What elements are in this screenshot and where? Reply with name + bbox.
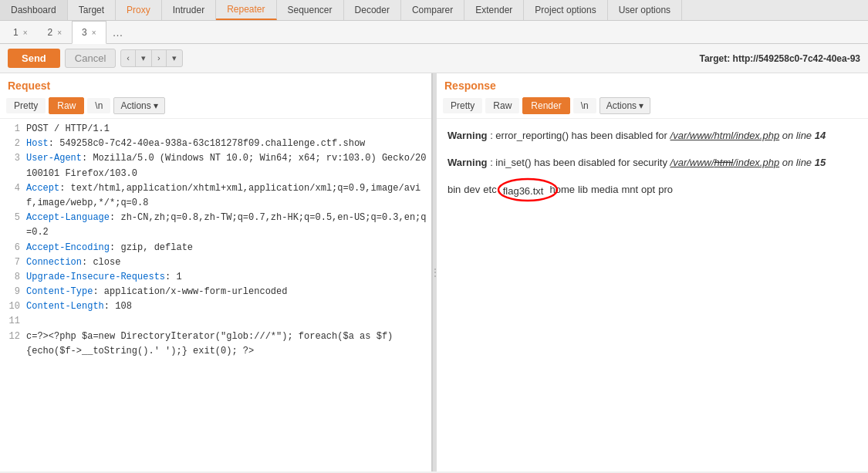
warning-1-path: /var/www/html/index.php on line 14 bbox=[670, 130, 826, 141]
nav-dashboard[interactable]: Dashboard bbox=[0, 0, 68, 20]
next-arrow[interactable]: › bbox=[152, 50, 167, 66]
dir-item: pro bbox=[658, 182, 673, 201]
request-tab-raw[interactable]: Raw bbox=[49, 97, 84, 114]
nav-user-options[interactable]: User options bbox=[608, 0, 682, 20]
request-code-area[interactable]: 1POST / HTTP/1.12Host: 549258c0-7c42-40e… bbox=[0, 119, 431, 471]
dir-item: flag36.txt bbox=[500, 182, 547, 201]
tab-1-close[interactable]: × bbox=[23, 29, 28, 37]
tabs-bar: 1 × 2 × 3 × … bbox=[0, 21, 868, 44]
tab-more[interactable]: … bbox=[106, 21, 130, 43]
request-line-7: 7Connection: close bbox=[0, 255, 431, 270]
nav-project-options[interactable]: Project options bbox=[524, 0, 607, 20]
prev-dropdown[interactable]: ▾ bbox=[136, 50, 152, 66]
tab-3-label: 3 bbox=[82, 27, 87, 38]
response-actions-label: Actions bbox=[606, 100, 637, 111]
line-number: 1 bbox=[3, 122, 20, 137]
line-number: 9 bbox=[3, 285, 20, 299]
warning-1: Warning : error_reporting() has been dis… bbox=[448, 128, 857, 144]
request-line-5: 5Accept-Language: zh-CN,zh;q=0.8,zh-TW;q… bbox=[0, 211, 431, 240]
svg-point-0 bbox=[498, 179, 557, 201]
prev-arrow[interactable]: ‹ bbox=[121, 50, 136, 66]
actions-label: Actions bbox=[120, 100, 150, 111]
line-number: 12 bbox=[3, 329, 20, 359]
response-actions-button[interactable]: Actions ▾ bbox=[599, 97, 650, 114]
dir-item: mnt bbox=[621, 182, 638, 201]
line-content: User-Agent: Mozilla/5.0 (Windows NT 10.0… bbox=[26, 151, 428, 181]
tab-3-close[interactable]: × bbox=[92, 29, 96, 37]
request-line-10: 10Content-Length: 108 bbox=[0, 299, 431, 314]
request-tab-pretty[interactable]: Pretty bbox=[6, 98, 46, 113]
line-content: Connection: close bbox=[26, 255, 120, 270]
line-number: 11 bbox=[3, 314, 20, 329]
nav-intruder[interactable]: Intruder bbox=[162, 0, 216, 20]
dir-item: home bbox=[549, 182, 575, 201]
request-line-4: 4Accept: text/html,application/xhtml+xml… bbox=[0, 181, 431, 211]
tab-3[interactable]: 3 × bbox=[72, 21, 106, 44]
warning-2-text: : ini_set() has been disabled for securi… bbox=[490, 157, 826, 168]
request-line-12: 12c=?><?php $a=new DirectoryIterator("gl… bbox=[0, 329, 431, 359]
dir-item: lib bbox=[578, 182, 588, 201]
response-title: Response bbox=[437, 73, 868, 95]
request-panel: Request Pretty Raw \n Actions ▾ 1POST / … bbox=[0, 73, 433, 471]
request-line-8: 8Upgrade-Insecure-Requests: 1 bbox=[0, 270, 431, 285]
tab-1[interactable]: 1 × bbox=[3, 21, 38, 43]
warning-2-path: /var/www/html/index.php on line 15 bbox=[670, 157, 826, 168]
line-content: Accept: text/html,application/xhtml+xml,… bbox=[26, 181, 428, 211]
line-number: 5 bbox=[3, 211, 20, 240]
line-content: Accept-Language: zh-CN,zh;q=0.8,zh-TW;q=… bbox=[26, 211, 428, 240]
line-number: 2 bbox=[3, 137, 20, 151]
cancel-button[interactable]: Cancel bbox=[65, 49, 116, 68]
line-number: 10 bbox=[3, 299, 20, 314]
dir-item: opt bbox=[641, 182, 655, 201]
line-content: POST / HTTP/1.1 bbox=[26, 122, 110, 137]
nav-extender[interactable]: Extender bbox=[464, 0, 524, 20]
tab-2-label: 2 bbox=[48, 27, 53, 38]
dir-item: dev bbox=[464, 182, 480, 201]
response-tab-newline[interactable]: \n bbox=[573, 98, 596, 113]
request-toolbar: Pretty Raw \n Actions ▾ bbox=[0, 95, 431, 119]
line-content: Host: 549258c0-7c42-40ea-938a-63c181278f… bbox=[26, 137, 365, 151]
warning-2: Warning : ini_set() has been disabled fo… bbox=[448, 155, 857, 171]
nav-sequencer[interactable]: Sequencer bbox=[277, 0, 344, 20]
nav-decoder[interactable]: Decoder bbox=[344, 0, 401, 20]
tab-1-label: 1 bbox=[13, 27, 19, 38]
actions-chevron-icon: ▾ bbox=[154, 100, 158, 111]
line-number: 3 bbox=[3, 151, 20, 181]
line-number: 4 bbox=[3, 181, 20, 211]
dir-item: media bbox=[591, 182, 618, 201]
response-tab-render[interactable]: Render bbox=[522, 97, 569, 114]
request-line-6: 6Accept-Encoding: gzip, deflate bbox=[0, 241, 431, 255]
tab-2-close[interactable]: × bbox=[57, 29, 62, 37]
response-tab-raw[interactable]: Raw bbox=[485, 98, 519, 113]
nav-proxy[interactable]: Proxy bbox=[116, 0, 162, 20]
line-number: 6 bbox=[3, 241, 20, 255]
response-toolbar: Pretty Raw Render \n Actions ▾ bbox=[437, 95, 868, 119]
dir-item: etc bbox=[483, 182, 496, 201]
request-line-3: 3User-Agent: Mozilla/5.0 (Windows NT 10.… bbox=[0, 151, 431, 181]
next-dropdown[interactable]: ▾ bbox=[167, 50, 182, 66]
request-line-1: 1POST / HTTP/1.1 bbox=[0, 122, 431, 137]
target-url: Target: http://549258c0-7c42-40ea-93 bbox=[699, 53, 860, 64]
request-actions-button[interactable]: Actions ▾ bbox=[113, 97, 164, 114]
response-tab-pretty[interactable]: Pretty bbox=[443, 98, 482, 113]
request-title: Request bbox=[0, 73, 431, 95]
line-number: 8 bbox=[3, 270, 20, 285]
send-button[interactable]: Send bbox=[8, 49, 60, 68]
line-content: c=?><?php $a=new DirectoryIterator("glob… bbox=[26, 329, 393, 359]
dir-listing: bin dev etc flag36.txthome lib media mnt… bbox=[448, 182, 857, 201]
request-line-11: 11 bbox=[0, 314, 431, 329]
request-tab-newline[interactable]: \n bbox=[87, 98, 110, 113]
nav-comparer[interactable]: Comparer bbox=[401, 0, 464, 20]
nav-arrows: ‹ ▾ › ▾ bbox=[120, 49, 182, 67]
tab-2[interactable]: 2 × bbox=[38, 21, 73, 43]
line-content: Content-Length: 108 bbox=[26, 299, 132, 314]
line-number: 7 bbox=[3, 255, 20, 270]
nav-repeater[interactable]: Repeater bbox=[216, 0, 276, 20]
request-line-2: 2Host: 549258c0-7c42-40ea-938a-63c181278… bbox=[0, 137, 431, 151]
warning-2-label: Warning bbox=[448, 157, 488, 168]
dir-item: bin bbox=[448, 182, 461, 201]
line-content: Content-Type: application/x-www-form-url… bbox=[26, 285, 287, 299]
nav-target[interactable]: Target bbox=[68, 0, 116, 20]
response-content-area: Warning : error_reporting() has been dis… bbox=[437, 119, 868, 471]
warning-1-text: : error_reporting() has been disabled fo… bbox=[490, 130, 826, 141]
